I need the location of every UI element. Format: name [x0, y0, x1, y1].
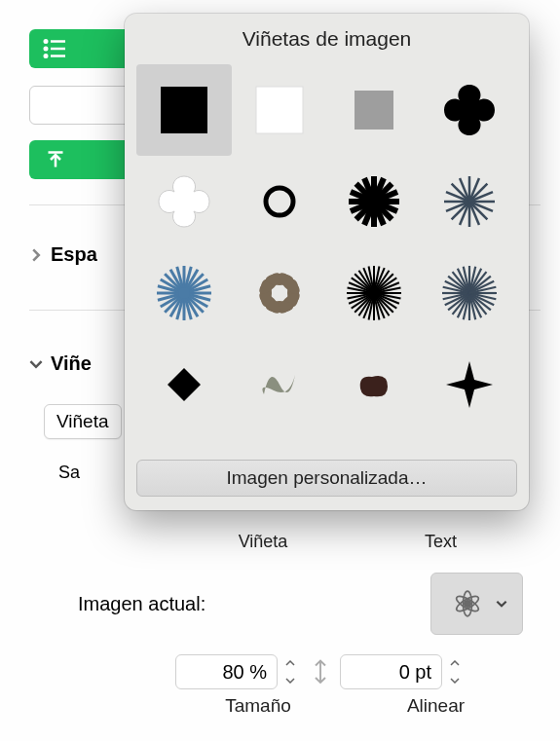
quatrefoil-white-icon	[155, 172, 213, 231]
black-square-icon	[155, 81, 213, 139]
starburst-black-icon	[345, 172, 403, 231]
align-value[interactable]: 0 pt	[340, 654, 442, 689]
svg-rect-11	[256, 87, 303, 133]
size-label: Tamaño	[175, 695, 341, 717]
popover-title: Viñetas de imagen	[125, 14, 529, 56]
format-list-button[interactable]	[29, 29, 136, 68]
flower-outline-icon	[446, 582, 489, 625]
bullet-option-ring-black[interactable]	[232, 156, 327, 247]
align-stepper[interactable]: 0 pt	[340, 654, 466, 689]
list-icon	[41, 34, 70, 63]
bullet-grid	[125, 56, 529, 452]
svg-point-4	[45, 48, 48, 51]
chevron-right-icon	[29, 248, 43, 262]
disclosure-vinetas[interactable]: Viñe	[29, 352, 92, 375]
secondary-button[interactable]	[29, 86, 136, 125]
blob-darkred-icon	[345, 355, 403, 414]
align-stepper-buttons[interactable]	[444, 654, 466, 689]
size-stepper-buttons[interactable]	[280, 654, 301, 689]
align-label: Alinear	[341, 695, 531, 717]
chevron-down-icon	[495, 597, 508, 611]
quatrefoil-black-icon	[440, 81, 499, 139]
column-labels: Viñeta Text	[175, 532, 531, 552]
size-value[interactable]: 80 %	[175, 654, 278, 689]
vertical-adjust-icon	[311, 658, 330, 685]
white-square-icon	[250, 81, 309, 139]
current-image-well[interactable]	[430, 573, 523, 635]
bullet-type-popup[interactable]: Viñeta	[44, 404, 122, 439]
stepper-down-icon[interactable]	[280, 672, 301, 689]
bullet-option-diamond-small[interactable]	[136, 430, 232, 452]
bullet-option-gray-square[interactable]	[327, 64, 423, 156]
stepper-up-icon[interactable]	[444, 654, 466, 672]
svg-point-3	[45, 40, 48, 43]
bullet-option-asterisk-brown[interactable]	[232, 247, 327, 339]
popover-arrow	[433, 508, 459, 510]
svg-rect-10	[161, 87, 207, 133]
bullet-option-rays-black[interactable]	[327, 247, 423, 339]
svg-point-13	[266, 188, 293, 215]
bullet-type-value: Viñeta	[44, 404, 122, 439]
sparkle-black-icon	[440, 355, 499, 414]
disclosure-espaciado[interactable]: Espa	[29, 243, 97, 266]
starburst-white-outline-icon	[440, 172, 499, 231]
indent-label: Sa	[58, 463, 80, 483]
rays-navy-icon	[440, 264, 499, 322]
texto-label: Text	[351, 532, 531, 552]
bullet-option-quatrefoil-white[interactable]	[136, 156, 232, 247]
current-image-label: Imagen actual:	[78, 593, 205, 615]
bullet-option-blob-darkred[interactable]	[327, 339, 423, 430]
arrow-up-bracket-icon	[41, 145, 70, 174]
bullet-option-white-square[interactable]	[232, 64, 327, 156]
indent-button[interactable]	[29, 140, 136, 179]
bottom-labels: Tamaño Alinear	[175, 695, 531, 717]
size-stepper[interactable]: 80 %	[175, 654, 301, 689]
bullet-option-black-square[interactable]	[136, 64, 232, 156]
sunburst-blue-icon	[155, 264, 213, 322]
asterisk-brown-icon	[250, 264, 309, 322]
svg-point-9	[464, 601, 469, 607]
stepper-down-icon[interactable]	[444, 672, 466, 689]
diamond-black-icon	[155, 355, 213, 414]
disclosure-label: Espa	[51, 243, 97, 266]
ring-black-icon	[250, 172, 309, 231]
bullet-option-starburst-black[interactable]	[327, 156, 423, 247]
bullet-option-starburst-white-outline[interactable]	[422, 156, 517, 247]
bullet-option-quatrefoil-black[interactable]	[422, 64, 517, 156]
bullet-option-diamond-black[interactable]	[136, 339, 232, 430]
vineta-label: Viñeta	[175, 532, 351, 552]
svg-point-70	[178, 287, 190, 299]
svg-rect-139	[168, 368, 201, 401]
bullet-option-sunburst-blue[interactable]	[136, 247, 232, 339]
rays-black-icon	[345, 264, 403, 322]
scribble-gray-icon	[250, 355, 309, 414]
bullet-option-rays-navy[interactable]	[422, 247, 517, 339]
bullet-option-scribble-gray[interactable]	[232, 339, 327, 430]
svg-point-5	[45, 55, 48, 57]
svg-rect-12	[355, 91, 393, 130]
stepper-up-icon[interactable]	[280, 654, 301, 672]
disclosure-label: Viñe	[51, 352, 92, 375]
image-bullets-popover: Viñetas de imagen Imagen personalizada…	[125, 14, 529, 510]
chevron-down-icon	[29, 357, 43, 371]
bullet-option-sparkle-black[interactable]	[422, 339, 517, 430]
gray-square-icon	[345, 81, 403, 139]
custom-image-button[interactable]: Imagen personalizada…	[136, 460, 517, 497]
